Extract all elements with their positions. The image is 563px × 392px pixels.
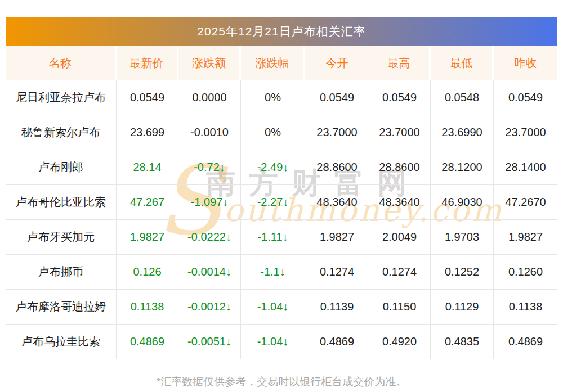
cell-prev_close: 1.9827: [494, 220, 557, 254]
cell-open: 0.4869: [305, 325, 369, 359]
cell-prev_close: 0.0549: [494, 80, 557, 115]
cell-change: -0.72↓: [178, 150, 241, 184]
cell-high: 48.3640: [369, 185, 431, 219]
column-header-open: 今开: [305, 46, 369, 80]
cell-open: 28.8600: [305, 150, 369, 184]
cell-change_pct: 0%: [241, 115, 305, 150]
cell-change: -1.097↓: [178, 185, 241, 219]
cell-latest: 0.1138: [117, 290, 178, 324]
cell-change: -0.0222↓: [178, 220, 241, 254]
cell-low: 1.9703: [431, 220, 494, 254]
cell-change_pct: -1.04↓: [241, 325, 305, 359]
cell-low: 23.6990: [431, 115, 494, 150]
cell-low: 0.1252: [431, 255, 494, 289]
cell-latest: 23.699: [117, 115, 178, 150]
cell-high: 0.1274: [369, 255, 431, 289]
column-header-change_pct: 涨跌幅: [241, 46, 305, 80]
cell-high: 23.7000: [369, 115, 431, 150]
cell-change_pct: 0%: [241, 80, 305, 115]
cell-change_pct: -2.27↓: [241, 185, 305, 219]
table-body: 尼日利亚奈拉卢布0.05490.00000%0.05490.05490.0548…: [6, 80, 557, 359]
cell-latest: 47.267: [117, 185, 178, 219]
cell-prev_close: 0.4869: [494, 325, 557, 359]
table-row: 秘鲁新索尔卢布23.699-0.00100%23.700023.700023.6…: [6, 115, 557, 150]
table-row: 尼日利亚奈拉卢布0.05490.00000%0.05490.05490.0548…: [6, 80, 557, 115]
cell-open: 0.1139: [305, 290, 369, 324]
cell-high: 2.0049: [369, 220, 431, 254]
cell-name: 卢布摩洛哥迪拉姆: [6, 290, 117, 324]
cell-change_pct: -2.49↓: [241, 150, 305, 184]
cell-latest: 28.14: [117, 150, 178, 184]
cell-name: 尼日利亚奈拉卢布: [6, 80, 117, 115]
cell-prev_close: 23.7000: [494, 115, 557, 150]
cell-low: 46.9030: [431, 185, 494, 219]
cell-change: 0.0000: [178, 80, 241, 115]
cell-name: 卢布挪币: [6, 255, 117, 289]
rate-table: 2025年12月21日卢布相关汇率 名称最新价涨跌额涨跌幅今开最高最低昨收 尼日…: [6, 17, 557, 359]
cell-name: 卢布刚郎: [6, 150, 117, 184]
cell-prev_close: 0.1260: [494, 255, 557, 289]
cell-open: 48.3640: [305, 185, 369, 219]
cell-prev_close: 47.2670: [494, 185, 557, 219]
title-bar: 2025年12月21日卢布相关汇率: [6, 17, 557, 46]
column-header-prev_close: 昨收: [494, 46, 557, 80]
cell-open: 0.0549: [305, 80, 369, 115]
cell-change_pct: -1.1↓: [241, 255, 305, 289]
cell-change: -0.0012↓: [178, 290, 241, 324]
cell-name: 卢布哥伦比亚比索: [6, 185, 117, 219]
cell-change: -0.0010: [178, 115, 241, 150]
column-header-change: 涨跌额: [178, 46, 241, 80]
cell-latest: 0.0549: [117, 80, 178, 115]
column-header-name: 名称: [6, 46, 117, 80]
cell-change: -0.0014↓: [178, 255, 241, 289]
cell-low: 0.1129: [431, 290, 494, 324]
page-title: 2025年12月21日卢布相关汇率: [197, 24, 365, 39]
table-header-row: 名称最新价涨跌额涨跌幅今开最高最低昨收: [6, 46, 557, 80]
cell-change_pct: -1.11↓: [241, 220, 305, 254]
cell-latest: 0.4869: [117, 325, 178, 359]
cell-change_pct: -1.04↓: [241, 290, 305, 324]
cell-prev_close: 0.1138: [494, 290, 557, 324]
column-header-latest: 最新价: [117, 46, 178, 80]
cell-name: 卢布乌拉圭比索: [6, 325, 117, 359]
cell-latest: 1.9827: [117, 220, 178, 254]
cell-low: 0.4835: [431, 325, 494, 359]
table-row: 卢布挪币0.126-0.0014↓-1.1↓0.12740.12740.1252…: [6, 255, 557, 290]
table-row: 卢布乌拉圭比索0.4869-0.0051↓-1.04↓0.48690.49200…: [6, 325, 557, 359]
cell-open: 0.1274: [305, 255, 369, 289]
table-row: 卢布摩洛哥迪拉姆0.1138-0.0012↓-1.04↓0.11390.1150…: [6, 290, 557, 325]
column-header-low: 最低: [431, 46, 494, 80]
cell-name: 卢布牙买加元: [6, 220, 117, 254]
cell-change: -0.0051↓: [178, 325, 241, 359]
cell-high: 0.4920: [369, 325, 431, 359]
table-row: 卢布牙买加元1.9827-0.0222↓-1.11↓1.98272.00491.…: [6, 220, 557, 255]
table-row: 卢布刚郎28.14-0.72↓-2.49↓28.860028.860028.12…: [6, 150, 557, 185]
cell-latest: 0.126: [117, 255, 178, 289]
cell-high: 0.1150: [369, 290, 431, 324]
cell-prev_close: 28.1400: [494, 150, 557, 184]
cell-high: 28.8600: [369, 150, 431, 184]
cell-low: 0.0548: [431, 80, 494, 115]
footer-note: *汇率数据仅供参考，交易时以银行柜台成交价为准。: [0, 375, 563, 389]
cell-low: 28.1200: [431, 150, 494, 184]
cell-name: 秘鲁新索尔卢布: [6, 115, 117, 150]
cell-high: 0.0549: [369, 80, 431, 115]
cell-open: 23.7000: [305, 115, 369, 150]
cell-open: 1.9827: [305, 220, 369, 254]
table-row: 卢布哥伦比亚比索47.267-1.097↓-2.27↓48.364048.364…: [6, 185, 557, 220]
column-header-high: 最高: [369, 46, 431, 80]
